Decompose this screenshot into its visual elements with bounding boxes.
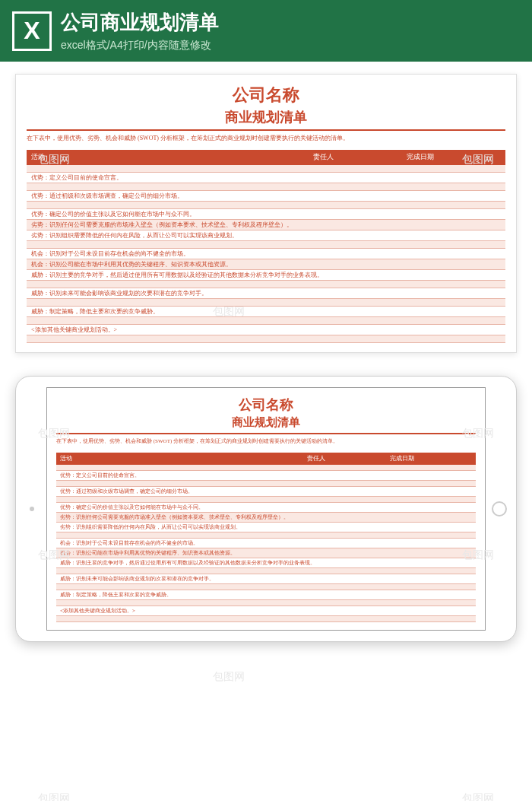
tablet-screen: 公司名称 商业规划清单 在下表中，使用优势、劣势、机会和威胁 (SWOT) 分析… — [46, 387, 486, 631]
table-row: 机会：识别公司能在市场中利用其优势的关键程序、知识资本或其他资源。 — [27, 259, 505, 270]
table-row: 威胁：制定策略，降低主要和次要的竞争威胁。 — [27, 307, 505, 317]
table-row — [56, 497, 476, 503]
table-row — [27, 281, 505, 288]
table-header: 活动 责任人 完成日期 — [27, 150, 505, 164]
col-person: 责任人 — [307, 454, 389, 462]
table-row — [27, 317, 505, 325]
table-row: 优势：通过初级和次级市场调查，确定公司的细分市场。 — [27, 191, 505, 202]
table-row: 优势：通过初级和次级市场调查，确定公司的细分市场。 — [56, 487, 476, 497]
table-body: 优势：定义公司目前的使命宣言。 优势：通过初级和次级市场调查，确定公司的细分市场… — [27, 164, 505, 343]
header-text-block: 公司商业规划清单 excel格式/A4打印/内容随意修改 — [61, 9, 520, 52]
sheet-small: 公司名称 商业规划清单 在下表中，使用优势、劣势、机会和威胁 (SWOT) 分析… — [47, 388, 485, 630]
table-row: 机会：识别对于公司未设目前存在机会的尚不健全的市场。 — [27, 249, 505, 259]
table-row — [27, 183, 505, 191]
page-title: 公司商业规划清单 — [61, 9, 520, 36]
table-row — [56, 481, 476, 487]
tablet-frame: 公司名称 商业规划清单 在下表中，使用优势、劣势、机会和威胁 (SWOT) 分析… — [15, 376, 517, 642]
col-activity: 活动 — [31, 152, 313, 162]
table-row — [27, 202, 505, 209]
excel-icon: X — [12, 11, 52, 51]
sheet-title: 商业规划清单 — [27, 108, 505, 131]
table-row: 优势：确定公司的价值主张以及它如何能在市场中与众不同。 — [56, 503, 476, 513]
table-row: 威胁：识别未来可能会影响该商业规划的次要和潜在的竞争对手。 — [27, 288, 505, 299]
table-row — [27, 165, 505, 173]
watermark: 包图网 — [462, 792, 494, 801]
table-row: 机会：识别对于公司未设目前存在机会的尚不健全的市场。 — [56, 539, 476, 548]
table-row — [56, 465, 476, 471]
table-row: 劣势：识别组织需要降低的任何内在风险，从而让公司可以实现该商业规划。 — [27, 230, 505, 241]
sheet-subtitle: 在下表中，使用优势、劣势、机会和威胁 (SWOT) 分析框架，在筹划正式的商业规… — [27, 134, 505, 142]
company-name: 公司名称 — [27, 84, 505, 106]
table-row: 优势：定义公司目前的使命宣言。 — [27, 173, 505, 183]
table-row: 劣势：识别任何公司需要克服的市场准入壁垒（例如资本要求、技术壁垒、专利权及程序壁… — [27, 220, 505, 230]
table-row: <添加其他关键商业规划活动。> — [27, 325, 505, 335]
preview-panel-large: 公司名称 商业规划清单 在下表中，使用优势、劣势、机会和威胁 (SWOT) 分析… — [15, 74, 517, 353]
watermark: 包图网 — [213, 670, 245, 684]
table-row: <添加其他关键商业规划活动。> — [56, 606, 476, 616]
app-header: X 公司商业规划清单 excel格式/A4打印/内容随意修改 — [0, 0, 532, 62]
table-row — [56, 532, 476, 539]
table-row: 机会：识别公司能在市场中利用其优势的关键程序、知识资本或其他资源。 — [56, 548, 476, 558]
table-row: 优势：确定公司的价值主张以及它如何能在市场中与众不同。 — [27, 209, 505, 220]
table-row — [56, 568, 476, 574]
table-row: 威胁：识别主要的竞争对手，然后通过使用所有可用数据以及经验证的其他数据未分析竞争… — [27, 270, 505, 281]
company-name: 公司名称 — [56, 396, 476, 414]
sheet-subtitle: 在下表中，使用优势、劣势、机会和威胁 (SWOT) 分析框架，在筹划正式的商业规… — [56, 437, 476, 445]
watermark: 包图网 — [38, 792, 70, 801]
table-row: 优势：定义公司目前的使命宣言。 — [56, 471, 476, 481]
table-row: 劣势：识别任何公司需要克服的市场准入壁垒（例如资本要求、技术壁垒、专利权及程序壁… — [56, 513, 476, 523]
table-row — [27, 299, 505, 307]
table-row: 劣势：识别组织需要降低的任何内在风险，从而让公司可以实现该商业规划。 — [56, 523, 476, 532]
content-area: 包图网 包图网 包图网 包图网 包图网 包图网 包图网 包图网 包图网 包图网 … — [0, 62, 532, 654]
table-row — [27, 335, 505, 343]
tablet-home-button — [492, 501, 507, 517]
sheet-title: 商业规划清单 — [56, 415, 476, 434]
col-person: 责任人 — [313, 152, 407, 162]
table-row — [56, 584, 476, 590]
table-row — [27, 241, 505, 249]
table-body: 优势：定义公司目前的使命宣言。 优势：通过初级和次级市场调查，确定公司的细分市场… — [56, 464, 476, 622]
page-subtitle: excel格式/A4打印/内容随意修改 — [61, 39, 520, 52]
table-row: 威胁：识别主要的竞争对手，然后通过使用所有可用数据以及经验证的其他数据未分析竞争… — [56, 558, 476, 568]
table-row: 威胁：制定策略，降低主要和次要的竞争威胁。 — [56, 590, 476, 600]
sheet-large: 公司名称 商业规划清单 在下表中，使用优势、劣势、机会和威胁 (SWOT) 分析… — [16, 75, 516, 352]
excel-x-letter: X — [24, 17, 40, 45]
col-date: 完成日期 — [407, 152, 501, 162]
tablet-camera-icon — [30, 507, 34, 511]
table-row: 威胁：识别未来可能会影响该商业规划的次要和潜在的竞争对手。 — [56, 574, 476, 584]
col-date: 完成日期 — [390, 454, 472, 462]
table-row — [56, 616, 476, 622]
table-row — [56, 600, 476, 606]
col-activity: 活动 — [60, 454, 307, 462]
table-header: 活动 责任人 完成日期 — [56, 453, 476, 464]
